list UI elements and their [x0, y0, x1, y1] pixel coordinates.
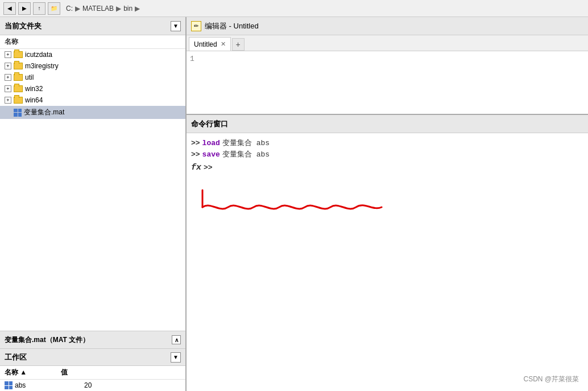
fx-symbol: fx [191, 163, 201, 172]
variable-name: abs [15, 381, 26, 389]
breadcrumb-part3[interactable]: bin [123, 5, 132, 13]
back-button[interactable]: ◀ [3, 2, 16, 15]
workspace-columns: 名称 ▲ 值 [0, 366, 185, 380]
mat-file-icon [14, 109, 22, 117]
file-list[interactable]: 名称 + icutzdata + m3iregistry + util + wi… [0, 35, 185, 331]
cmd-double-arrow: >> [204, 163, 213, 172]
cmd-prompt-1: >> [191, 139, 200, 147]
list-item[interactable]: + m3iregistry [0, 60, 185, 72]
expand-icon[interactable]: + [5, 97, 11, 104]
mat-file-item[interactable]: 变量集合.mat [0, 106, 185, 119]
col-name-header[interactable]: 名称 ▲ [5, 368, 27, 377]
editor-title: 编辑器 - Untitled [205, 21, 259, 31]
cmd-load-args: 变量集合 abs [222, 138, 270, 148]
info-collapse-button[interactable]: ∧ [172, 335, 181, 344]
breadcrumb-part1[interactable]: C: [66, 5, 73, 13]
cmd-fx-line: fx >> [191, 163, 583, 172]
expand-icon[interactable]: + [5, 85, 11, 92]
folder-icon [14, 63, 23, 69]
cmd-line-2: >> save 变量集合 abs [191, 149, 583, 159]
workspace-header: 工作区 ▼ [0, 349, 185, 366]
cmd-title: 命令行窗口 [191, 119, 228, 129]
add-tab-button[interactable]: + [232, 38, 245, 51]
file-col-name: 名称 [0, 35, 185, 49]
variable-value: 20 [84, 381, 92, 389]
cmd-line-1: >> load 变量集合 abs [191, 138, 583, 148]
tab-close-button[interactable]: ✕ [221, 40, 226, 48]
main-layout: 当前文件夹 ▼ 名称 + icutzdata + m3iregistry + u… [0, 17, 588, 391]
editor-tabs: Untitled ✕ + [187, 35, 588, 51]
cmd-save-keyword: save [202, 150, 220, 159]
file-browser-title: 当前文件夹 [5, 21, 42, 31]
folder-icon [14, 97, 23, 104]
list-item[interactable]: + icutzdata [0, 49, 185, 60]
right-panel: ✏ 编辑器 - Untitled Untitled ✕ + 1 命令行窗口 [187, 17, 588, 391]
forward-button[interactable]: ▶ [18, 2, 31, 15]
cmd-load-keyword: load [202, 139, 220, 147]
cmd-prompt-2: >> [191, 150, 200, 159]
file-info-label: 变量集合.mat（MAT 文件） [5, 335, 89, 345]
list-item[interactable]: + win64 [0, 94, 185, 106]
up-button[interactable]: ↑ [33, 2, 45, 15]
editor-titlebar: ✏ 编辑器 - Untitled [187, 17, 588, 35]
workspace-options-button[interactable]: ▼ [171, 352, 181, 363]
folder-icon [14, 85, 23, 92]
file-browser-options-button[interactable]: ▼ [171, 21, 181, 31]
list-item[interactable]: + util [0, 72, 185, 83]
line-number-1: 1 [190, 55, 194, 63]
command-section: 命令行窗口 >> load 变量集合 abs >> save 变量集合 abs … [187, 115, 588, 391]
cmd-save-args: 变量集合 abs [222, 149, 270, 159]
tab-label: Untitled [194, 40, 217, 48]
expand-icon[interactable]: + [5, 63, 11, 69]
workspace-title: 工作区 [5, 352, 27, 363]
left-panel: 当前文件夹 ▼ 名称 + icutzdata + m3iregistry + u… [0, 17, 187, 391]
workspace-panel: 工作区 ▼ 名称 ▲ 值 abs 20 [0, 349, 185, 391]
col-value-header: 值 [61, 368, 68, 377]
variable-icon [5, 381, 13, 389]
cmd-titlebar: 命令行窗口 [187, 115, 588, 133]
editor-tab-untitled[interactable]: Untitled ✕ [189, 37, 231, 51]
folder-icon [14, 74, 23, 81]
list-item[interactable]: + win32 [0, 83, 185, 94]
file-browser-header: 当前文件夹 ▼ [0, 17, 185, 35]
expand-icon[interactable]: + [5, 74, 11, 81]
workspace-row[interactable]: abs 20 [0, 380, 185, 391]
editor-icon: ✏ [191, 21, 201, 31]
editor-content[interactable]: 1 [187, 51, 588, 114]
toolbar: ◀ ▶ ↑ 📁 C: ▶ MATELAB ▶ bin ▶ [0, 0, 588, 17]
breadcrumb-part2[interactable]: MATELAB [82, 5, 114, 13]
cmd-content[interactable]: >> load 变量集合 abs >> save 变量集合 abs fx >> [187, 133, 588, 391]
watermark: CSDN @芹菜很菜 [523, 374, 579, 384]
editor-section: ✏ 编辑器 - Untitled Untitled ✕ + 1 [187, 17, 588, 115]
expand-icon[interactable]: + [5, 51, 11, 58]
breadcrumb: C: ▶ MATELAB ▶ bin ▶ [66, 5, 140, 13]
browse-button[interactable]: 📁 [48, 2, 60, 15]
file-info-panel: 变量集合.mat（MAT 文件） ∧ [0, 331, 185, 349]
squiggle-annotation [197, 187, 379, 216]
folder-icon [14, 51, 23, 58]
